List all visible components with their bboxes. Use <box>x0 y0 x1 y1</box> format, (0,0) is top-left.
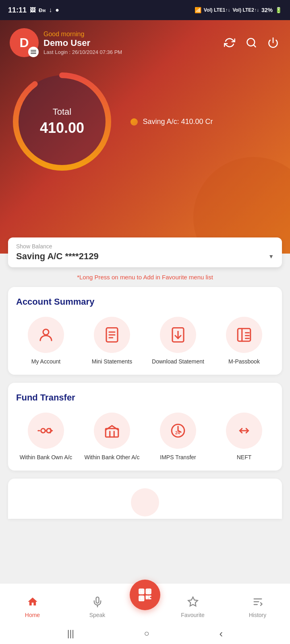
my-account-label: My Account <box>31 358 60 365</box>
my-account-item[interactable]: My Account <box>16 317 76 365</box>
download-statement-label: Download Statement <box>152 358 204 365</box>
nav-speak[interactable]: Speak <box>65 596 130 618</box>
within-bank-other-item[interactable]: Within Bank Other A/c <box>82 413 142 461</box>
download-statement-item[interactable]: Download Statement <box>148 317 208 365</box>
mini-statements-item[interactable]: Mini Statements <box>82 317 142 365</box>
saving-label: Saving A/c: 410.00 Cr <box>143 118 213 126</box>
history-label: History <box>249 612 267 618</box>
m-passbook-label: M-Passbook <box>228 358 260 365</box>
svg-rect-30 <box>141 590 143 592</box>
m-passbook-item[interactable]: M-Passbook <box>214 317 274 365</box>
nav-history[interactable]: History <box>225 596 290 618</box>
home-label: Home <box>25 612 40 618</box>
nav-home[interactable]: Home <box>0 596 65 618</box>
imps-transfer-item[interactable]: 24 IMPS Transfer <box>148 413 208 461</box>
svg-rect-14 <box>238 328 251 341</box>
battery-text: 32% <box>261 7 273 13</box>
time: 11:11 <box>8 6 27 14</box>
dropdown-arrow-icon: ▼ <box>268 253 274 260</box>
power-icon[interactable] <box>266 35 280 50</box>
refresh-icon[interactable] <box>222 35 237 50</box>
saving-info: Saving A/c: 410.00 Cr <box>130 118 213 126</box>
svg-rect-21 <box>106 429 118 437</box>
svg-rect-1 <box>31 52 36 52</box>
svg-point-7 <box>43 329 49 335</box>
user-name: Demo User <box>44 38 122 48</box>
home-icon <box>27 596 38 610</box>
avatar-wrapper: D <box>10 28 39 57</box>
dot-icon: ● <box>55 6 59 14</box>
speak-label: Speak <box>89 612 106 618</box>
fund-transfer-title: Fund Transfer <box>16 392 274 403</box>
signal-text: Vol) LTE1↑↓ <box>204 7 230 13</box>
search-icon[interactable] <box>244 35 259 50</box>
imps-transfer-label: IMPS Transfer <box>160 454 196 461</box>
favourite-icon <box>187 596 199 610</box>
hero-section: D Good morning Demo User Last Login : 26… <box>0 20 290 254</box>
user-row: D Good morning Demo User Last Login : 26… <box>10 28 280 57</box>
within-bank-own-item[interactable]: Within Bank Own A/c <box>16 413 76 461</box>
user-info: Good morning Demo User Last Login : 26/1… <box>44 31 122 55</box>
history-icon <box>252 596 263 610</box>
neft-label: NEFT <box>237 454 252 461</box>
android-nav: ||| ○ ‹ <box>0 623 290 644</box>
balance-circle: Total 410.00 <box>10 69 114 174</box>
show-balance-label: Show Balance <box>16 243 274 250</box>
partial-card <box>8 479 282 519</box>
show-balance-value: Saving A/C ****2129 <box>16 251 99 262</box>
fund-transfer-card: Fund Transfer Within Bank Own A/c <box>8 383 282 471</box>
svg-rect-32 <box>141 597 143 599</box>
mini-statements-label: Mini Statements <box>92 358 132 365</box>
fund-transfer-grid: Within Bank Own A/c Within Bank Other A/… <box>16 413 274 461</box>
header-icons <box>222 35 280 50</box>
account-summary-grid: My Account Mini Statements <box>16 317 274 365</box>
total-label: Total <box>40 107 84 117</box>
signal2-text: Vol) LTE2↑↓ <box>232 7 259 13</box>
dh-icon: Ðн <box>39 7 46 13</box>
within-bank-other-label: Within Bank Other A/c <box>85 454 140 461</box>
wifi-icon: 📶 <box>195 7 201 13</box>
account-summary-title: Account Summary <box>16 297 274 307</box>
photo-icon: 🖼 <box>30 7 35 13</box>
neft-item[interactable]: NEFT <box>214 413 274 461</box>
last-login-text: Last Login : 26/10/2024 07:36 PM <box>44 49 122 55</box>
nav-favourite[interactable]: Favourite <box>160 596 225 618</box>
menu-badge[interactable] <box>28 47 39 57</box>
hint-text: *Long Press on menu to Add in Favourite … <box>0 267 290 287</box>
svg-marker-33 <box>188 597 197 606</box>
greeting-text: Good morning <box>44 31 122 38</box>
account-summary-card: Account Summary My Account <box>8 287 282 375</box>
total-amount: 410.00 <box>40 120 84 136</box>
qr-fab-button[interactable] <box>130 580 160 610</box>
show-balance-card[interactable]: Show Balance Saving A/C ****2129 ▼ <box>8 237 282 267</box>
svg-rect-2 <box>31 53 36 54</box>
android-back-btn[interactable]: ‹ <box>220 627 223 640</box>
svg-rect-0 <box>31 50 36 51</box>
within-bank-own-label: Within Bank Own A/c <box>20 454 72 461</box>
svg-rect-31 <box>147 590 149 592</box>
bottom-nav: Home Speak <box>0 583 290 644</box>
speak-icon <box>92 596 103 610</box>
status-bar: 11:11 🖼 Ðн ↓ ● 📶 Vol) LTE1↑↓ Vol) LTE2↑↓… <box>0 0 290 20</box>
android-recents-btn[interactable]: ||| <box>67 628 74 639</box>
battery-icon: 🔋 <box>275 7 282 13</box>
download-icon: ↓ <box>49 6 52 14</box>
svg-text:24: 24 <box>175 430 180 435</box>
android-home-btn[interactable]: ○ <box>144 628 149 639</box>
saving-dot <box>130 118 138 126</box>
balance-area: Total 410.00 Saving A/c: 410.00 Cr <box>10 69 280 174</box>
favourite-label: Favourite <box>181 612 204 618</box>
